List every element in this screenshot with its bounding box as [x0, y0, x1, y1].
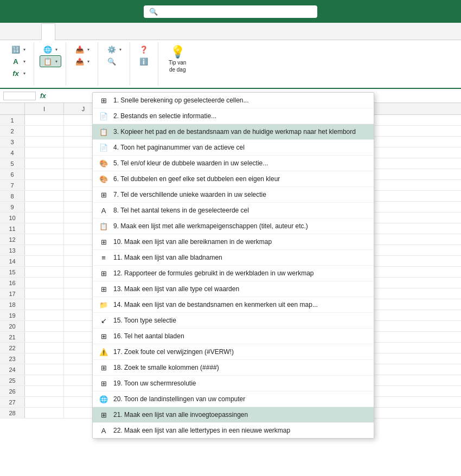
list-item[interactable]: 📋3. Kopieer het pad en de bestandsnaam v…	[93, 124, 374, 140]
btn-informatie[interactable]: 📋 ▾	[40, 55, 61, 67]
grid-cell[interactable]	[25, 191, 64, 201]
tab-controleren[interactable]	[2, 23, 15, 40]
grid-cell[interactable]	[25, 397, 64, 407]
grid-cell[interactable]	[25, 310, 64, 320]
list-item[interactable]: 📁14. Maak een lijst van de bestandsnamen…	[93, 297, 374, 313]
list-item[interactable]: 📄4. Toon het paginanummer van de actieve…	[93, 140, 374, 156]
plugin-icon: ⊞	[98, 410, 109, 420]
narrow-icon: ⊞	[98, 363, 109, 372]
tip-icon: 💡	[170, 46, 185, 58]
grid-cell[interactable]	[25, 364, 64, 375]
list-item[interactable]: ⊞7. Tel de verschillende unieke waarden …	[93, 187, 374, 203]
list-item[interactable]: ⊞19. Toon uw schermresolutie	[93, 376, 374, 391]
item-label: 9. Maak een lijst met alle werkmapeigens…	[113, 222, 368, 230]
row-header: 21	[0, 332, 25, 342]
grid-cell[interactable]	[25, 375, 64, 385]
list-item[interactable]: ⚠️17. Zoek foute cel verwijzingen (#VERW…	[93, 344, 374, 360]
btn-zoek-tool[interactable]: 🔍	[104, 55, 121, 67]
list-item[interactable]: 📄2. Bestands en selectie informatie...	[93, 108, 374, 124]
list-item[interactable]: 📋9. Maak een lijst met alle werkmapeigen…	[93, 218, 374, 234]
screen-icon: ⊞	[98, 378, 109, 388]
corner-cell	[0, 103, 25, 114]
list-item[interactable]: ⊞12. Rapporteer de formules gebruikt in …	[93, 266, 374, 281]
grid-cell[interactable]	[25, 202, 64, 212]
item-label: 10. Maak een lijst van alle bereiknamen …	[113, 238, 368, 246]
btn-tekst[interactable]: A ▾	[8, 55, 29, 67]
grid-cell[interactable]	[25, 169, 64, 179]
grid-cell[interactable]	[25, 126, 64, 136]
search-input[interactable]	[161, 8, 312, 15]
row-header: 18	[0, 299, 25, 310]
list-item[interactable]: ≡11. Maak een lijst van alle bladnamen	[93, 250, 374, 266]
row-header: 14	[0, 256, 25, 266]
chars-icon: A	[98, 205, 109, 215]
list-item[interactable]: ⊞18. Zoek te smalle kolommen (####)	[93, 360, 374, 376]
web-icon: 🌐	[43, 45, 52, 54]
item-label: 7. Tel de verschillende unieke waarden i…	[113, 191, 368, 198]
web-caret: ▾	[55, 47, 57, 52]
row-header: 12	[0, 234, 25, 245]
list-item[interactable]: ⊞21. Maak een lijst van alle invoegtoepa…	[93, 407, 374, 423]
btn-importeren[interactable]: 📥 ▾	[72, 43, 93, 55]
grid-cell[interactable]	[25, 256, 64, 266]
list-item[interactable]: ⊞10. Maak een lijst van alle bereiknamen…	[93, 234, 374, 250]
opties-icon: ⚙️	[107, 45, 116, 54]
table-icon: ⊞	[98, 95, 109, 105]
grid-cell[interactable]	[25, 213, 64, 223]
getallen-icon: 🔢	[11, 45, 20, 54]
list-item[interactable]: ↙15. Toon type selectie	[93, 313, 374, 329]
list-item[interactable]: 🎨6. Tel dubbelen en geef elke set dubbel…	[93, 171, 374, 187]
btn-formules[interactable]: fx ▾	[8, 67, 29, 79]
btn-info[interactable]: ℹ️	[136, 55, 153, 67]
tab-asap-utilities[interactable]	[41, 23, 55, 40]
web-buttons: 🌐 ▾	[40, 43, 61, 55]
btn-exporteren[interactable]: 📤 ▾	[72, 55, 93, 67]
grid-cell[interactable]	[25, 245, 64, 255]
grid-cell[interactable]	[25, 332, 64, 342]
search-input-wrap[interactable]: 🔍	[144, 5, 317, 18]
list-item[interactable]: ⊞1. Snelle berekening op geselecteerde c…	[93, 93, 374, 108]
list-item[interactable]: ⊞16. Tel het aantal bladen	[93, 329, 374, 344]
list-item[interactable]: ⊞13. Maak een lijst van alle type cel wa…	[93, 281, 374, 297]
grid-cell[interactable]	[25, 408, 64, 418]
faq-buttons: ❓	[136, 43, 153, 55]
btn-online-faq[interactable]: ❓	[136, 43, 153, 55]
color-icon: 🎨	[98, 158, 109, 168]
cell-reference[interactable]	[3, 92, 36, 100]
btn-getallen-datums[interactable]: 🔢 ▾	[8, 43, 29, 55]
grid-cell[interactable]	[25, 343, 64, 353]
row-header: 4	[0, 147, 25, 158]
grid-cell[interactable]	[25, 353, 64, 364]
row-header: 24	[0, 364, 25, 375]
btn-asap-opties[interactable]: ⚙️ ▾	[104, 43, 125, 55]
grid-cell[interactable]	[25, 147, 64, 158]
grid-cell[interactable]	[25, 267, 64, 277]
list4-icon: ⊞	[98, 284, 109, 294]
grid-cell[interactable]	[25, 386, 64, 396]
grid-cell[interactable]	[25, 234, 64, 245]
grid-cell[interactable]	[25, 223, 64, 234]
grid-cell[interactable]	[25, 180, 64, 190]
btn-web[interactable]: 🌐 ▾	[40, 43, 61, 55]
btn-tip-van-dag[interactable]: 💡 Tip vande dag	[164, 43, 191, 76]
item-label: 15. Toon type selectie	[113, 317, 368, 324]
grid-cell[interactable]	[25, 299, 64, 310]
grid-cell[interactable]	[25, 288, 64, 299]
item-label: 8. Tel het aantal tekens in de geselecte…	[113, 207, 368, 214]
grid-cell[interactable]	[25, 158, 64, 169]
list-item[interactable]: A8. Tel het aantal tekens in de geselect…	[93, 203, 374, 218]
tab-beeld[interactable]	[15, 23, 28, 40]
item-label: 5. Tel en/of kleur de dubbele waarden in…	[113, 159, 368, 167]
row-header: 28	[0, 408, 25, 418]
list-item[interactable]: A22. Maak een lijst van alle lettertypes…	[93, 423, 374, 438]
grid-cell[interactable]	[25, 278, 64, 288]
row-header: 5	[0, 158, 25, 169]
grid-cell[interactable]	[25, 137, 64, 147]
grid-cell[interactable]	[25, 115, 64, 125]
ribbon-group-help: ❓ ℹ️	[131, 42, 158, 86]
tab-help[interactable]	[28, 23, 41, 40]
list-item[interactable]: 🌐20. Toon de landinstellingen van uw com…	[93, 391, 374, 407]
options-buttons: ⚙️ ▾	[104, 43, 125, 55]
grid-cell[interactable]	[25, 321, 64, 331]
list-item[interactable]: 🎨5. Tel en/of kleur de dubbele waarden i…	[93, 156, 374, 171]
